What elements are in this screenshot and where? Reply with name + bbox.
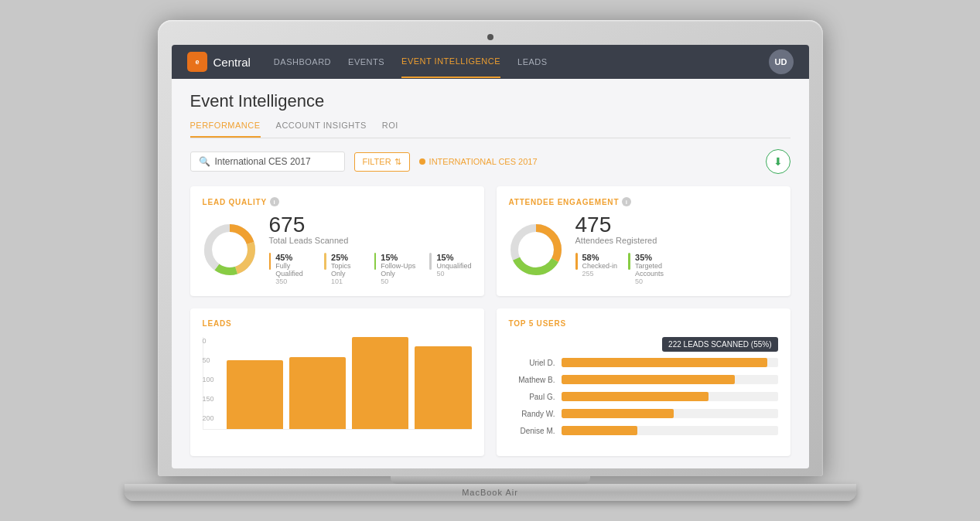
stat-bar-green: [374, 253, 377, 270]
active-filter-dot: [419, 158, 425, 165]
filter-label: FILTER: [363, 157, 391, 166]
hbar-track-0: [562, 358, 778, 367]
logo-icon: e: [187, 52, 207, 72]
hbar-row-1: Mathew B.: [509, 375, 778, 384]
download-button[interactable]: ⬇: [766, 149, 790, 174]
hbar-row-4: Denise M.: [509, 426, 778, 435]
laptop-camera: [487, 34, 493, 40]
nav-links: DASHBOARD EVENTS EVENT INTELLIGENCE LEAD…: [274, 46, 769, 78]
y-axis-labels: 200 150 100 50 0: [203, 337, 214, 422]
stat-count-0: 350: [275, 278, 313, 285]
attendee-label: Attendees Registered: [575, 236, 778, 245]
hbar-row-3: Randy W.: [509, 409, 778, 418]
nav-logo: e Central: [187, 52, 251, 72]
hbar-fill-2: [562, 392, 709, 401]
nav-leads[interactable]: LEADS: [517, 46, 548, 77]
filter-icon: ⇅: [394, 157, 401, 167]
app-content: Event Intelligence PERFORMANCE ACCOUNT I…: [172, 79, 809, 468]
hbar-label-2: Paul G.: [509, 393, 555, 401]
stat-count-3: 50: [436, 270, 471, 278]
attendee-stat-count-0: 255: [582, 270, 618, 278]
hbar-fill-4: [562, 426, 637, 435]
search-box[interactable]: 🔍 International CES 2017: [190, 152, 345, 172]
attendee-engagement-info-icon[interactable]: i: [622, 197, 631, 206]
laptop-screen: e Central DASHBOARD EVENTS EVENT INTELLI…: [172, 45, 809, 468]
stat-targeted: 35% Targeted Accounts 50: [628, 253, 678, 285]
attendee-stat-label-0: Checked-in: [582, 262, 618, 270]
attendee-stat-label-1: Targeted Accounts: [635, 262, 678, 278]
stat-unqualified: 15% Unqualified 50: [429, 253, 471, 285]
attendee-engagement-card: ATTENDEE ENGAGEMENT i: [497, 186, 790, 296]
nav-dashboard[interactable]: DASHBOARD: [274, 46, 331, 77]
charts-row: LEADS 200 150 100 50 0: [190, 308, 790, 456]
stat-label-0: Fully Qualified: [275, 262, 313, 278]
laptop-wrapper: e Central DASHBOARD EVENTS EVENT INTELLI…: [158, 20, 823, 501]
top5-users-card: TOP 5 USERS 222 LEADS SCANNED (55%) Urie…: [497, 308, 790, 456]
bar-2: [352, 337, 408, 429]
lead-quality-stat-bars: 45% Fully Qualified 350 25%: [269, 253, 472, 285]
stat-bar-yellow: [324, 253, 326, 270]
lead-quality-info-icon[interactable]: i: [270, 197, 279, 206]
filter-button[interactable]: FILTER ⇅: [354, 152, 410, 172]
attendee-number: 475: [575, 214, 778, 236]
laptop-brand: MacBook Air: [462, 488, 518, 497]
leads-chart-title: LEADS: [203, 319, 472, 328]
leads-bar-chart: 200 150 100 50 0: [203, 337, 472, 445]
stat-topics-only: 25% Topics Only 101: [324, 253, 363, 285]
search-value: International CES 2017: [215, 156, 311, 167]
stat-pct-2: 15%: [381, 253, 418, 262]
attendee-stat-count-1: 50: [635, 278, 678, 285]
stat-fully-qualified: 45% Fully Qualified 350: [269, 253, 314, 285]
hbar-fill-0: [562, 358, 767, 367]
hbar-label-4: Denise M.: [509, 427, 555, 435]
lead-quality-title: LEAD QUALITY i: [203, 197, 472, 206]
laptop-base: MacBook Air: [125, 484, 856, 501]
lead-quality-card: LEAD QUALITY i: [190, 186, 484, 296]
stat-pct-3: 15%: [436, 253, 471, 262]
attendee-stat-bar-green: [628, 253, 630, 270]
y-label-2: 100: [203, 376, 214, 383]
tab-roi[interactable]: ROI: [382, 121, 398, 138]
hbar-track-3: [562, 409, 778, 418]
stat-followups-only: 15% Follow-Ups Only 50: [374, 253, 419, 285]
attendee-engagement-donut: [509, 223, 563, 277]
hbar-fill-3: [562, 409, 674, 418]
nav-avatar[interactable]: UD: [769, 49, 794, 74]
leads-chart-card: LEADS 200 150 100 50 0: [190, 308, 484, 456]
attendee-engagement-inner: 475 Attendees Registered 58% Checked-in: [509, 214, 778, 285]
metrics-row: LEAD QUALITY i: [190, 186, 790, 296]
hbar-track-2: [562, 392, 778, 401]
lead-quality-label: Total Leads Scanned: [269, 236, 472, 245]
attendee-engagement-main: 475 Attendees Registered 58% Checked-in: [575, 214, 778, 285]
stat-bar-gray: [429, 253, 432, 270]
stat-bar-orange: [269, 253, 271, 270]
active-filter-label: INTERNATIONAL CES 2017: [429, 157, 538, 166]
tab-account-insights[interactable]: ACCOUNT INSIGHTS: [276, 121, 367, 138]
tab-nav: PERFORMANCE ACCOUNT INSIGHTS ROI: [190, 121, 790, 138]
stat-label-1: Topics Only: [331, 262, 364, 278]
bar-0: [227, 360, 283, 429]
attendee-engagement-title: ATTENDEE ENGAGEMENT i: [509, 197, 778, 206]
nav-events[interactable]: EVENTS: [348, 46, 384, 77]
y-label-3: 50: [203, 356, 214, 364]
stat-label-3: Unqualified: [436, 262, 471, 270]
filter-bar: 🔍 International CES 2017 FILTER ⇅ INTERN…: [190, 149, 790, 174]
stat-count-1: 101: [331, 278, 364, 285]
nav-event-intelligence[interactable]: EVENT INTELLIGENCE: [401, 46, 500, 78]
page-title: Event Intelligence: [190, 91, 790, 111]
y-label-1: 150: [203, 395, 214, 403]
hbar-chart: Uriel D. Mathew B.: [509, 358, 778, 435]
laptop-notch: [391, 476, 590, 484]
search-icon: 🔍: [199, 156, 210, 167]
attendee-stat-bars: 58% Checked-in 255 35%: [575, 253, 778, 285]
laptop-screen-outer: e Central DASHBOARD EVENTS EVENT INTELLI…: [158, 20, 823, 476]
attendee-stat-pct-1: 35%: [635, 253, 678, 262]
bar-1: [289, 357, 346, 429]
stat-checkedin: 58% Checked-in 255: [575, 253, 618, 285]
hbar-label-3: Randy W.: [509, 410, 555, 418]
tab-performance[interactable]: PERFORMANCE: [190, 121, 261, 138]
download-icon: ⬇: [773, 155, 783, 168]
hbar-track-1: [562, 375, 778, 384]
stat-label-2: Follow-Ups Only: [381, 262, 418, 278]
bar-3: [415, 346, 471, 429]
